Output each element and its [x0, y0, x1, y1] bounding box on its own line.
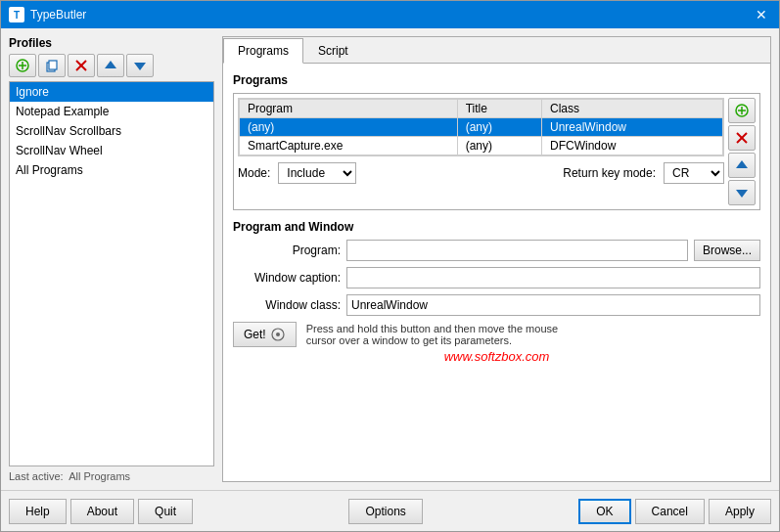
col-header-class: Class	[541, 100, 722, 118]
col-header-program: Program	[240, 100, 458, 118]
programs-section-label: Programs	[233, 73, 760, 87]
move-profile-up-button[interactable]	[97, 54, 124, 77]
mode-row: Mode: Include Exclude Return key mode: C…	[238, 162, 724, 184]
window-caption-row: Window caption:	[233, 267, 760, 288]
left-panel: Profiles Ignore No	[9, 36, 214, 482]
programs-table-wrapper: Program Title Class (any) (any)	[238, 98, 724, 156]
pw-section-title: Program and Window	[233, 220, 760, 234]
get-label: Get!	[244, 328, 266, 341]
title-bar-left: T TypeButler	[9, 7, 86, 22]
profiles-list: Ignore Notepad Example ScrollNav Scrollb…	[9, 81, 214, 466]
move-program-down-button[interactable]	[728, 180, 756, 205]
main-window: T TypeButler ✕ Profiles	[0, 0, 780, 532]
get-button[interactable]: Get!	[233, 322, 297, 347]
window-caption-input[interactable]	[346, 267, 760, 288]
svg-marker-15	[736, 190, 748, 198]
programs-section: Program Title Class (any) (any)	[233, 93, 760, 210]
ok-button[interactable]: OK	[578, 499, 630, 524]
bottom-bar: Help About Quit Options OK Cancel Apply	[1, 490, 779, 531]
add-program-button[interactable]	[728, 98, 756, 123]
apply-button[interactable]: Apply	[709, 499, 771, 524]
quit-button[interactable]: Quit	[138, 499, 193, 524]
help-button[interactable]: Help	[9, 499, 67, 524]
move-program-up-button[interactable]	[728, 153, 756, 178]
move-profile-down-button[interactable]	[126, 54, 154, 77]
window-class-input[interactable]	[346, 294, 760, 316]
tab-script[interactable]: Script	[303, 38, 363, 64]
copy-profile-button[interactable]	[38, 54, 66, 77]
about-button[interactable]: About	[70, 499, 134, 524]
table-row[interactable]: (any) (any) UnrealWindow	[240, 118, 723, 137]
options-button[interactable]: Options	[348, 499, 422, 524]
program-label: Program:	[233, 244, 341, 257]
delete-profile-button[interactable]	[68, 54, 95, 77]
cell-program: SmartCapture.exe	[240, 137, 458, 155]
options-area: Options	[348, 499, 422, 524]
window-class-label: Window class:	[233, 298, 341, 312]
program-input[interactable]	[346, 240, 688, 261]
window-class-row: Window class:	[233, 294, 760, 316]
profile-item-scrollnav-scrollbars[interactable]: ScrollNav Scrollbars	[10, 121, 213, 141]
cell-title: (any)	[457, 137, 541, 155]
profile-item-ignore[interactable]: Ignore	[10, 82, 213, 102]
browse-button[interactable]: Browse...	[694, 240, 760, 261]
last-active: Last active: All Programs	[9, 470, 214, 482]
svg-marker-8	[134, 63, 146, 70]
profiles-label: Profiles	[9, 36, 214, 50]
return-key-label: Return key mode:	[563, 166, 656, 180]
cell-class: DFCWindow	[541, 137, 722, 155]
mode-select[interactable]: Include Exclude	[278, 162, 356, 184]
program-row: Program: Browse...	[233, 240, 760, 261]
profiles-toolbar	[9, 54, 214, 77]
cell-class: UnrealWindow	[541, 118, 722, 137]
tab-programs-content: Programs Program Title Class	[223, 64, 770, 481]
svg-marker-14	[736, 160, 748, 168]
svg-rect-4	[49, 61, 57, 69]
return-key-select[interactable]: CR LF CRLF	[664, 162, 724, 184]
bottom-left-buttons: Help About Quit	[9, 499, 193, 524]
close-button[interactable]: ✕	[752, 5, 771, 24]
main-content: Profiles Ignore No	[1, 28, 779, 490]
right-panel: Programs Script Programs Program Tit	[222, 36, 771, 482]
title-bar: T TypeButler ✕	[1, 1, 779, 28]
svg-marker-7	[105, 61, 116, 68]
get-hint: Press and hold this button and then move…	[306, 323, 760, 346]
bottom-right-buttons: OK Cancel Apply	[578, 499, 771, 524]
table-row[interactable]: SmartCapture.exe (any) DFCWindow	[240, 137, 723, 155]
tabs-bar: Programs Script	[223, 37, 770, 64]
tab-programs[interactable]: Programs	[223, 38, 303, 64]
app-icon: T	[9, 7, 24, 22]
get-row: Get! Press and hold this button and then…	[233, 322, 760, 347]
profile-item-scrollnav-wheel[interactable]: ScrollNav Wheel	[10, 141, 213, 160]
pw-section: Program and Window Program: Browse... Wi…	[233, 220, 760, 347]
cell-program: (any)	[240, 118, 458, 137]
svg-point-17	[276, 332, 280, 336]
profile-item-notepad[interactable]: Notepad Example	[10, 102, 213, 121]
programs-table-area: Program Title Class (any) (any)	[238, 98, 724, 205]
add-profile-button[interactable]	[9, 54, 36, 77]
table-buttons	[728, 98, 756, 205]
window-caption-label: Window caption:	[233, 271, 341, 285]
delete-program-button[interactable]	[728, 125, 756, 151]
window-title: TypeButler	[30, 8, 86, 22]
cell-title: (any)	[457, 118, 541, 137]
mode-label: Mode:	[238, 166, 270, 180]
profile-item-all-programs[interactable]: All Programs	[10, 160, 213, 180]
watermark: www.softzbox.com	[233, 347, 760, 366]
cancel-button[interactable]: Cancel	[635, 499, 705, 524]
col-header-title: Title	[457, 100, 541, 118]
